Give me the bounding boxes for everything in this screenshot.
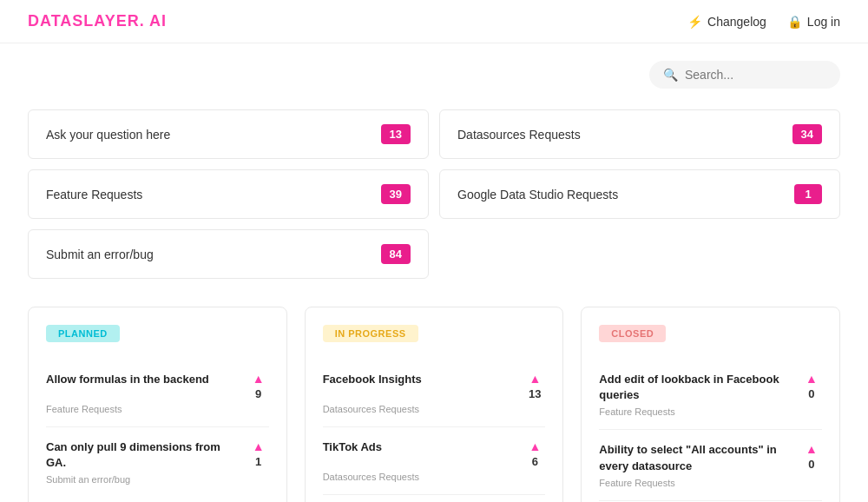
kanban-item: Allow formulas in the backend ▲ 9 Featur… [46, 360, 269, 427]
kanban-item-title: Facebook Insights [323, 372, 518, 387]
categories-grid: Ask your question here 13 Datasources Re… [28, 109, 840, 279]
search-box: 🔍 [649, 61, 840, 89]
kanban-item-title: Add edit of lookback in Facebook queries [599, 372, 794, 403]
kanban-item: Can only pull 9 dimensions from GA. ▲ 1 … [46, 427, 269, 497]
upvote-button[interactable]: ▲ [806, 442, 818, 456]
kanban-item: Add edit of lookback in Facebook queries… [599, 360, 822, 430]
kanban-item-category: Datasources Requests [323, 472, 546, 482]
category-badge: 34 [792, 124, 822, 144]
header-right: ⚡ Changelog 🔒 Log in [687, 15, 840, 29]
vote-count: 9 [255, 387, 261, 400]
category-label: Feature Requests [46, 188, 142, 201]
kanban-item: Ability to select "All accounts" in ever… [599, 430, 822, 500]
kanban-item-votes: ▲ 0 [801, 372, 822, 400]
kanban-column: IN PROGRESS Facebook Insights ▲ 13 Datas… [305, 307, 564, 502]
vote-count: 0 [808, 387, 814, 400]
login-label: Log in [807, 15, 840, 29]
kanban-item-title: Can only pull 9 dimensions from GA. [46, 439, 241, 471]
changelog-link[interactable]: ⚡ Changelog [687, 15, 766, 29]
kanban-item-header: Add edit of lookback in Facebook queries… [599, 372, 822, 403]
kanban-item-category: Datasources Requests [323, 404, 546, 414]
vote-count: 0 [808, 458, 814, 471]
vote-count: 6 [532, 455, 538, 468]
category-badge: 84 [381, 244, 411, 264]
kanban-item: TikTok Ads ▲ 6 Datasources Requests [323, 427, 546, 495]
search-input[interactable] [685, 68, 826, 82]
kanban-item-votes: ▲ 1 [248, 439, 269, 468]
upvote-button[interactable]: ▲ [253, 439, 265, 453]
kanban-item-category: Feature Requests [46, 404, 269, 414]
login-link[interactable]: 🔒 Log in [787, 15, 840, 29]
kanban-item-header: Facebook Insights ▲ 13 [323, 372, 546, 400]
kanban-item-header: TikTok Ads ▲ 6 [323, 439, 546, 468]
category-item[interactable]: Submit an error/bug 84 [28, 229, 429, 279]
lock-icon: 🔒 [787, 15, 802, 29]
kanban-column: PLANNED Allow formulas in the backend ▲ … [28, 307, 287, 502]
category-label: Google Data Studio Requests [457, 188, 618, 201]
kanban-item-votes: ▲ 13 [524, 372, 545, 400]
kanban-item-title: TikTok Ads [323, 439, 518, 455]
search-icon: 🔍 [663, 68, 678, 82]
kanban-item: Bing Refresh ▲ 1 Submit an error/bug [323, 495, 546, 502]
header: DATASLAYER. AI ⚡ Changelog 🔒 Log in [0, 0, 868, 43]
vote-count: 1 [255, 455, 261, 468]
changelog-label: Changelog [707, 15, 766, 29]
category-label: Ask your question here [46, 128, 170, 142]
upvote-button[interactable]: ▲ [253, 372, 265, 386]
status-badge: PLANNED [46, 325, 120, 342]
category-item[interactable]: Datasources Requests 34 [439, 109, 840, 159]
category-badge: 39 [381, 184, 411, 204]
upvote-button[interactable]: ▲ [529, 439, 541, 453]
vote-count: 13 [529, 387, 541, 400]
kanban-item-category: Feature Requests [599, 406, 822, 417]
logo: DATASLAYER. AI [28, 12, 167, 30]
kanban-item: Facebook Insights ▲ 13 Datasources Reque… [323, 360, 546, 427]
kanban-column: CLOSED Add edit of lookback in Facebook … [581, 307, 840, 502]
category-badge: 1 [794, 184, 822, 204]
kanban-item-header: Allow formulas in the backend ▲ 9 [46, 372, 269, 400]
kanban-item-header: Can only pull 9 dimensions from GA. ▲ 1 [46, 439, 269, 471]
kanban-item-header: Ability to select "All accounts" in ever… [599, 442, 822, 473]
status-badge: IN PROGRESS [323, 325, 418, 342]
category-label: Datasources Requests [457, 128, 581, 142]
upvote-button[interactable]: ▲ [806, 372, 818, 386]
category-item[interactable]: Ask your question here 13 [28, 109, 429, 159]
upvote-button[interactable]: ▲ [529, 372, 541, 386]
kanban-item-votes: ▲ 0 [801, 442, 822, 471]
category-label: Submit an error/bug [46, 248, 154, 261]
kanban-item-category: Submit an error/bug [46, 474, 269, 485]
bolt-icon: ⚡ [687, 15, 702, 29]
kanban-item-title: Allow formulas in the backend [46, 372, 241, 387]
search-row: 🔍 [28, 61, 840, 89]
category-badge: 13 [381, 124, 411, 144]
kanban-item-title: Ability to select "All accounts" in ever… [599, 442, 794, 473]
kanban-board: PLANNED Allow formulas in the backend ▲ … [28, 307, 840, 502]
kanban-item-votes: ▲ 6 [524, 439, 545, 468]
status-badge: CLOSED [599, 325, 666, 342]
category-item[interactable]: Feature Requests 39 [28, 169, 429, 219]
kanban-item-category: Feature Requests [599, 478, 822, 488]
category-item[interactable]: Google Data Studio Requests 1 [439, 169, 840, 219]
kanban-item-votes: ▲ 9 [248, 372, 269, 400]
main-content: 🔍 Ask your question here 13 Datasources … [0, 43, 868, 502]
